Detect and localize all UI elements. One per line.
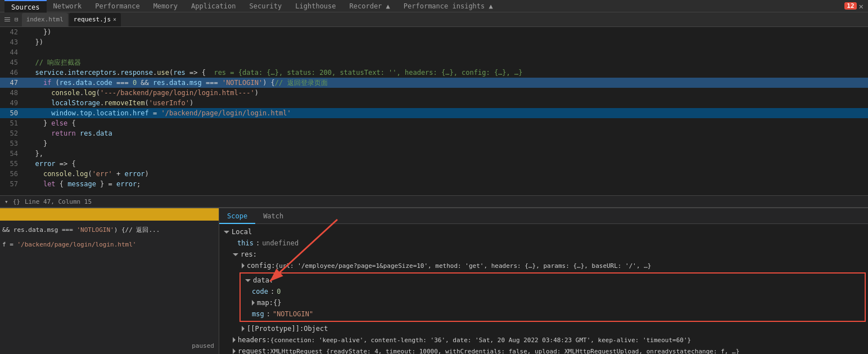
file-tab-close-icon[interactable]: × [113, 16, 116, 23]
request-expand-icon [233, 348, 236, 354]
scope-tab-watch[interactable]: Watch [255, 208, 291, 224]
file-tab-request[interactable]: request.js × [69, 13, 121, 26]
code-editor[interactable]: 42 }) 43 }) 44 45 // 响应拦截器 46 service.in… [0, 27, 868, 195]
code-line-46: 46 service.interceptors.response.use(res… [0, 68, 868, 78]
debug-right-panel: Scope Watch Local this : undefined [219, 208, 868, 354]
tab-performance[interactable]: Performance [88, 0, 146, 12]
local-expand-icon [224, 231, 229, 234]
headers-expand-icon [233, 337, 236, 343]
prototype-header[interactable]: [[Prototype]] : Object [219, 323, 868, 334]
scope-msg: msg : "NOTLOGIN" [243, 308, 862, 320]
location-info: Line 47, Column 15 [25, 198, 92, 205]
code-line-56: 56 console.log('err' + error) [0, 169, 868, 179]
local-section-header[interactable]: Local [219, 226, 868, 238]
file-tabs: ⊟ index.html request.js × [0, 12, 868, 27]
request-header[interactable]: request : XMLHttpRequest {readyState: 4,… [219, 346, 868, 354]
tab-performance-insights[interactable]: Performance insights ▲ [397, 0, 500, 12]
code-line-53: 53 } [0, 138, 868, 149]
res-expand-icon [233, 253, 238, 256]
code-line-49: 49 localStorage.removeItem('userInfo') [0, 98, 868, 108]
tab-memory[interactable]: Memory [147, 0, 184, 12]
code-line-52: 52 return res.data [0, 128, 868, 138]
tab-lighthouse[interactable]: Lighthouse [288, 0, 342, 12]
top-tab-bar: Sources Network Performance Memory Appli… [0, 0, 868, 12]
scope-this: this : undefined [219, 238, 868, 249]
debug-left-panel: && res.data.msg === 'NOTLOGIN') {// 返回..… [0, 208, 219, 354]
paused-label: paused [192, 342, 214, 349]
tab-application[interactable]: Application [184, 0, 242, 12]
code-line-47: 47 if (res.data.code === 0 && res.data.m… [0, 78, 868, 88]
scope-tree: Local this : undefined res : confi [219, 224, 868, 354]
code-line-51: 51 } else { [0, 118, 868, 128]
sidebar-toggle-icon[interactable] [2, 15, 11, 24]
error-badge: 12 [844, 2, 856, 10]
debug-code-preview: && res.data.msg === 'NOTLOGIN') {// 返回..… [0, 221, 219, 254]
braces-icon: {} [13, 198, 20, 205]
code-line-50: 50 window.top.location.href = '/backend/… [0, 108, 868, 118]
pause-bar [0, 208, 219, 221]
file-tab-index[interactable]: index.html [22, 13, 68, 26]
code-line-54: 54 }, [0, 149, 868, 159]
lower-panel: && res.data.msg === 'NOTLOGIN') {// 返回..… [0, 208, 868, 354]
code-line-57: 57 let { message } = error; [0, 179, 868, 189]
code-line-42: 42 }) [0, 27, 868, 37]
close-devtools-icon[interactable]: ✕ [859, 2, 864, 11]
code-line-44: 44 [0, 47, 868, 57]
tab-recorder[interactable]: Recorder ▲ [343, 0, 397, 12]
code-line-43: 43 }) [0, 37, 868, 47]
config-header[interactable]: config : {url: '/employee/page?page=1&pa… [219, 260, 868, 271]
map-expand-icon [252, 300, 255, 306]
map-header[interactable]: map : {} [243, 297, 862, 308]
file-tab-icon: ⊟ [12, 16, 21, 23]
editor-status-bar: ▾ {} Line 47, Column 15 [0, 195, 868, 208]
headers-header[interactable]: headers : {connection: 'keep-alive', con… [219, 334, 868, 346]
scope-code: code : 0 [243, 286, 862, 297]
local-section-label: Local [232, 228, 252, 236]
res-header[interactable]: res : [219, 249, 868, 260]
file-tab-request-label: request.js [74, 16, 111, 23]
tab-network[interactable]: Network [47, 0, 89, 12]
tab-sources[interactable]: Sources [4, 0, 47, 12]
code-line-48: 48 console.log('---/backend/page/login/l… [0, 88, 868, 98]
prototype-expand-icon [242, 326, 245, 331]
tab-bar-right: 12 ✕ [844, 2, 868, 11]
data-highlighted-box: data : code : 0 map : {} [239, 272, 866, 322]
scope-tabs: Scope Watch [219, 208, 868, 224]
debug-preview-line2: f = '/backend/page/login/login.html' [2, 240, 216, 250]
code-line-45: 45 // 响应拦截器 [0, 57, 868, 68]
data-expand-icon [245, 279, 251, 282]
data-header[interactable]: data : [243, 275, 862, 286]
scope-tab-scope[interactable]: Scope [219, 208, 255, 224]
debug-preview-line1: && res.data.msg === 'NOTLOGIN') {// 返回..… [2, 225, 216, 235]
config-expand-icon [242, 263, 245, 268]
tab-security[interactable]: Security [242, 0, 288, 12]
collapse-left-icon[interactable]: ▾ [4, 198, 8, 205]
main-layout: 42 }) 43 }) 44 45 // 响应拦截器 46 service.in… [0, 27, 868, 354]
file-tab-index-label: index.html [26, 16, 64, 23]
code-line-55: 55 error => { [0, 159, 868, 169]
